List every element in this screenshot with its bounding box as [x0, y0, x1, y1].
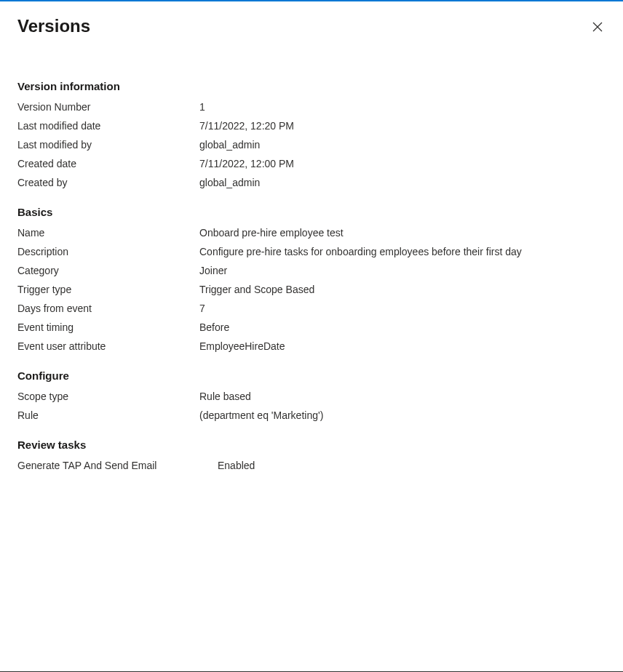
value-event-timing: Before: [199, 321, 229, 333]
row-last-modified-by: Last modified by global_admin: [17, 139, 606, 151]
value-days-from-event: 7: [199, 303, 205, 314]
label-description: Description: [17, 246, 199, 257]
value-scope-type: Rule based: [199, 391, 251, 402]
label-version-number: Version Number: [17, 101, 199, 113]
row-description: Description Configure pre-hire tasks for…: [17, 246, 606, 257]
basics-section: Basics Name Onboard pre-hire employee te…: [17, 206, 606, 352]
row-scope-type: Scope type Rule based: [17, 391, 606, 402]
configure-section: Configure Scope type Rule based Rule (de…: [17, 369, 606, 421]
versions-panel: Versions Version information Version Num…: [0, 1, 623, 503]
value-created-by: global_admin: [199, 177, 260, 188]
row-event-user-attribute: Event user attribute EmployeeHireDate: [17, 340, 606, 352]
value-created-date: 7/11/2022, 12:00 PM: [199, 158, 294, 169]
value-version-number: 1: [199, 101, 205, 113]
section-title-version-info: Version information: [17, 80, 606, 92]
value-category: Joiner: [199, 265, 227, 276]
label-last-modified-by: Last modified by: [17, 139, 199, 151]
section-title-configure: Configure: [17, 369, 606, 382]
row-days-from-event: Days from event 7: [17, 303, 606, 314]
panel-header: Versions: [17, 16, 606, 36]
version-information-section: Version information Version Number 1 Las…: [17, 80, 606, 188]
row-created-date: Created date 7/11/2022, 12:00 PM: [17, 158, 606, 169]
value-trigger-type: Trigger and Scope Based: [199, 284, 314, 295]
label-category: Category: [17, 265, 199, 276]
close-icon: [592, 22, 603, 32]
panel-title: Versions: [17, 16, 90, 36]
value-rule: (department eq 'Marketing'): [199, 409, 323, 421]
value-last-modified-date: 7/11/2022, 12:20 PM: [199, 120, 294, 132]
section-title-review-tasks: Review tasks: [17, 439, 606, 451]
row-last-modified-date: Last modified date 7/11/2022, 12:20 PM: [17, 120, 606, 132]
label-scope-type: Scope type: [17, 391, 199, 402]
value-name: Onboard pre-hire employee test: [199, 227, 344, 239]
value-event-user-attribute: EmployeeHireDate: [199, 340, 285, 352]
row-version-number: Version Number 1: [17, 101, 606, 113]
label-rule: Rule: [17, 409, 199, 421]
row-category: Category Joiner: [17, 265, 606, 276]
label-days-from-event: Days from event: [17, 303, 199, 314]
close-button[interactable]: [590, 19, 606, 35]
row-trigger-type: Trigger type Trigger and Scope Based: [17, 284, 606, 295]
value-task-1: Enabled: [218, 460, 255, 471]
label-event-timing: Event timing: [17, 321, 199, 333]
label-task-1: Generate TAP And Send Email: [17, 460, 218, 471]
review-tasks-section: Review tasks Generate TAP And Send Email…: [17, 439, 606, 471]
label-created-by: Created by: [17, 177, 199, 188]
section-title-basics: Basics: [17, 206, 606, 218]
value-last-modified-by: global_admin: [199, 139, 260, 151]
label-created-date: Created date: [17, 158, 199, 169]
label-last-modified-date: Last modified date: [17, 120, 199, 132]
row-rule: Rule (department eq 'Marketing'): [17, 409, 606, 421]
row-task-1: Generate TAP And Send Email Enabled: [17, 460, 606, 471]
label-trigger-type: Trigger type: [17, 284, 199, 295]
row-event-timing: Event timing Before: [17, 321, 606, 333]
row-name: Name Onboard pre-hire employee test: [17, 227, 606, 239]
label-name: Name: [17, 227, 199, 239]
value-description: Configure pre-hire tasks for onboarding …: [199, 246, 522, 257]
row-created-by: Created by global_admin: [17, 177, 606, 188]
label-event-user-attribute: Event user attribute: [17, 340, 199, 352]
